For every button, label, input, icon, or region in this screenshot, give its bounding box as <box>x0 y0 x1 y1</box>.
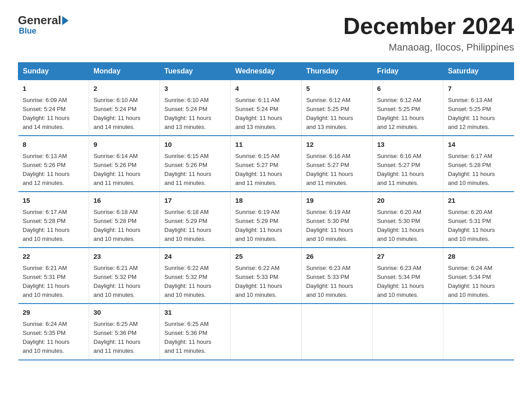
day-info: Sunrise: 6:18 AMSunset: 5:28 PMDaylight:… <box>94 208 155 244</box>
day-number: 13 <box>377 140 438 150</box>
calendar-cell: 10Sunrise: 6:15 AMSunset: 5:26 PMDayligh… <box>160 136 231 192</box>
calendar-cell <box>301 304 372 360</box>
day-number: 9 <box>94 140 155 150</box>
calendar-cell: 14Sunrise: 6:17 AMSunset: 5:28 PMDayligh… <box>443 136 514 192</box>
calendar-cell: 7Sunrise: 6:13 AMSunset: 5:25 PMDaylight… <box>443 80 514 136</box>
day-info: Sunrise: 6:19 AMSunset: 5:29 PMDaylight:… <box>235 208 296 244</box>
day-number: 8 <box>23 140 84 150</box>
day-info: Sunrise: 6:23 AMSunset: 5:33 PMDaylight:… <box>306 264 368 300</box>
calendar-cell <box>372 304 443 360</box>
day-info: Sunrise: 6:24 AMSunset: 5:35 PMDaylight:… <box>23 320 84 356</box>
calendar-cell: 24Sunrise: 6:22 AMSunset: 5:32 PMDayligh… <box>160 248 231 304</box>
page-header: General Blue December 2024 Manaoag, Iloc… <box>18 13 514 53</box>
day-info: Sunrise: 6:19 AMSunset: 5:30 PMDaylight:… <box>306 208 368 244</box>
calendar-cell: 4Sunrise: 6:11 AMSunset: 5:24 PMDaylight… <box>231 80 301 136</box>
title-area: December 2024 Manaoag, Ilocos, Philippin… <box>343 13 514 53</box>
day-number: 10 <box>164 140 226 150</box>
day-info: Sunrise: 6:14 AMSunset: 5:26 PMDaylight:… <box>94 152 155 188</box>
logo-text: General <box>18 13 69 27</box>
day-info: Sunrise: 6:22 AMSunset: 5:32 PMDaylight:… <box>164 264 226 300</box>
calendar-table: SundayMondayTuesdayWednesdayThursdayFrid… <box>18 62 514 360</box>
calendar-cell: 20Sunrise: 6:20 AMSunset: 5:30 PMDayligh… <box>372 192 443 248</box>
calendar-cell: 2Sunrise: 6:10 AMSunset: 5:24 PMDaylight… <box>89 80 159 136</box>
day-number: 27 <box>377 252 438 262</box>
calendar-week-5: 29Sunrise: 6:24 AMSunset: 5:35 PMDayligh… <box>18 304 514 360</box>
day-number: 2 <box>94 84 155 94</box>
calendar-cell: 22Sunrise: 6:21 AMSunset: 5:31 PMDayligh… <box>18 248 89 304</box>
logo: General Blue <box>18 13 69 36</box>
day-number: 5 <box>306 84 368 94</box>
calendar-cell: 31Sunrise: 6:25 AMSunset: 5:36 PMDayligh… <box>160 304 231 360</box>
calendar-cell: 16Sunrise: 6:18 AMSunset: 5:28 PMDayligh… <box>89 192 159 248</box>
day-number: 3 <box>164 84 226 94</box>
day-number: 1 <box>23 84 84 94</box>
header-thursday: Thursday <box>301 63 372 80</box>
calendar-cell: 11Sunrise: 6:15 AMSunset: 5:27 PMDayligh… <box>231 136 301 192</box>
day-number: 19 <box>306 196 368 206</box>
calendar-cell: 5Sunrise: 6:12 AMSunset: 5:25 PMDaylight… <box>301 80 372 136</box>
day-info: Sunrise: 6:21 AMSunset: 5:31 PMDaylight:… <box>23 264 84 300</box>
header-monday: Monday <box>89 63 159 80</box>
calendar-cell: 30Sunrise: 6:25 AMSunset: 5:36 PMDayligh… <box>89 304 159 360</box>
day-info: Sunrise: 6:23 AMSunset: 5:34 PMDaylight:… <box>377 264 438 300</box>
day-info: Sunrise: 6:24 AMSunset: 5:34 PMDaylight:… <box>448 264 509 300</box>
day-number: 21 <box>448 196 509 206</box>
day-info: Sunrise: 6:10 AMSunset: 5:24 PMDaylight:… <box>164 96 226 132</box>
day-number: 4 <box>235 84 296 94</box>
day-number: 29 <box>23 308 84 318</box>
day-info: Sunrise: 6:20 AMSunset: 5:30 PMDaylight:… <box>377 208 438 244</box>
day-info: Sunrise: 6:09 AMSunset: 5:24 PMDaylight:… <box>23 96 84 132</box>
calendar-cell: 17Sunrise: 6:18 AMSunset: 5:29 PMDayligh… <box>160 192 231 248</box>
day-info: Sunrise: 6:17 AMSunset: 5:28 PMDaylight:… <box>448 152 509 188</box>
calendar-cell: 3Sunrise: 6:10 AMSunset: 5:24 PMDaylight… <box>160 80 231 136</box>
day-info: Sunrise: 6:10 AMSunset: 5:24 PMDaylight:… <box>94 96 155 132</box>
subtitle: Manaoag, Ilocos, Philippines <box>343 42 514 53</box>
calendar-cell: 27Sunrise: 6:23 AMSunset: 5:34 PMDayligh… <box>372 248 443 304</box>
day-info: Sunrise: 6:17 AMSunset: 5:28 PMDaylight:… <box>23 208 84 244</box>
calendar-cell: 6Sunrise: 6:12 AMSunset: 5:25 PMDaylight… <box>372 80 443 136</box>
day-number: 12 <box>306 140 368 150</box>
day-info: Sunrise: 6:16 AMSunset: 5:27 PMDaylight:… <box>306 152 368 188</box>
calendar-cell: 9Sunrise: 6:14 AMSunset: 5:26 PMDaylight… <box>89 136 159 192</box>
logo-arrow-icon <box>62 16 69 25</box>
day-number: 6 <box>377 84 438 94</box>
day-info: Sunrise: 6:11 AMSunset: 5:24 PMDaylight:… <box>235 96 296 132</box>
day-info: Sunrise: 6:15 AMSunset: 5:26 PMDaylight:… <box>164 152 226 188</box>
day-info: Sunrise: 6:12 AMSunset: 5:25 PMDaylight:… <box>377 96 438 132</box>
calendar-week-1: 1Sunrise: 6:09 AMSunset: 5:24 PMDaylight… <box>18 80 514 136</box>
day-number: 26 <box>306 252 368 262</box>
calendar-cell: 12Sunrise: 6:16 AMSunset: 5:27 PMDayligh… <box>301 136 372 192</box>
logo-blue: Blue <box>19 26 36 36</box>
calendar-cell: 21Sunrise: 6:20 AMSunset: 5:31 PMDayligh… <box>443 192 514 248</box>
calendar-cell: 25Sunrise: 6:22 AMSunset: 5:33 PMDayligh… <box>231 248 301 304</box>
day-number: 20 <box>377 196 438 206</box>
calendar-cell: 23Sunrise: 6:21 AMSunset: 5:32 PMDayligh… <box>89 248 159 304</box>
calendar-week-3: 15Sunrise: 6:17 AMSunset: 5:28 PMDayligh… <box>18 192 514 248</box>
day-info: Sunrise: 6:25 AMSunset: 5:36 PMDaylight:… <box>164 320 226 356</box>
day-number: 23 <box>94 252 155 262</box>
day-info: Sunrise: 6:15 AMSunset: 5:27 PMDaylight:… <box>235 152 296 188</box>
day-number: 17 <box>164 196 226 206</box>
calendar-cell: 29Sunrise: 6:24 AMSunset: 5:35 PMDayligh… <box>18 304 89 360</box>
header-sunday: Sunday <box>18 63 89 80</box>
day-info: Sunrise: 6:22 AMSunset: 5:33 PMDaylight:… <box>235 264 296 300</box>
day-number: 14 <box>448 140 509 150</box>
day-number: 30 <box>94 308 155 318</box>
header-saturday: Saturday <box>443 63 514 80</box>
calendar-header-row: SundayMondayTuesdayWednesdayThursdayFrid… <box>18 63 514 80</box>
day-info: Sunrise: 6:12 AMSunset: 5:25 PMDaylight:… <box>306 96 368 132</box>
header-tuesday: Tuesday <box>160 63 231 80</box>
day-info: Sunrise: 6:18 AMSunset: 5:29 PMDaylight:… <box>164 208 226 244</box>
calendar-cell: 18Sunrise: 6:19 AMSunset: 5:29 PMDayligh… <box>231 192 301 248</box>
calendar-cell <box>443 304 514 360</box>
calendar-cell: 19Sunrise: 6:19 AMSunset: 5:30 PMDayligh… <box>301 192 372 248</box>
day-number: 15 <box>23 196 84 206</box>
calendar-cell <box>231 304 301 360</box>
calendar-cell: 15Sunrise: 6:17 AMSunset: 5:28 PMDayligh… <box>18 192 89 248</box>
calendar-cell: 8Sunrise: 6:13 AMSunset: 5:26 PMDaylight… <box>18 136 89 192</box>
day-info: Sunrise: 6:13 AMSunset: 5:26 PMDaylight:… <box>23 152 84 188</box>
main-title: December 2024 <box>343 13 514 39</box>
day-info: Sunrise: 6:21 AMSunset: 5:32 PMDaylight:… <box>94 264 155 300</box>
day-number: 24 <box>164 252 226 262</box>
calendar-cell: 28Sunrise: 6:24 AMSunset: 5:34 PMDayligh… <box>443 248 514 304</box>
